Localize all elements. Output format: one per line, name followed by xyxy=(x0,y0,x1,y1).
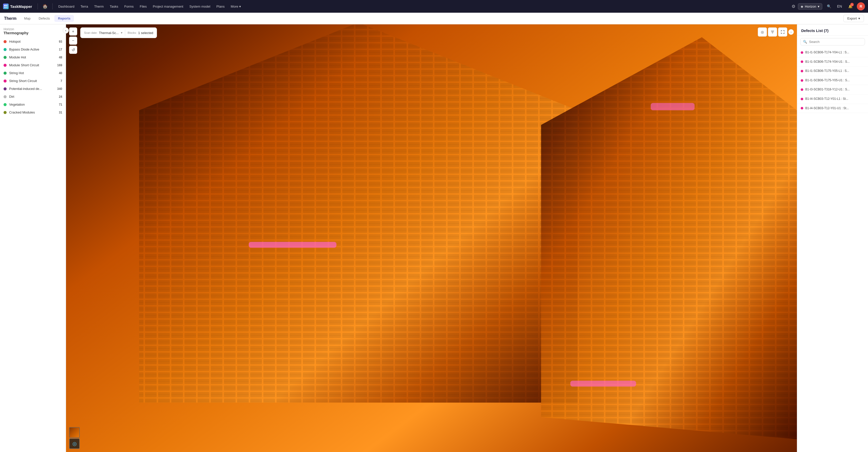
defect-name-label: Potential-induced de... xyxy=(9,87,55,91)
blocks-value: 1 selected xyxy=(138,31,153,35)
svg-rect-1 xyxy=(6,5,7,6)
tab-reports[interactable]: Reports xyxy=(54,15,74,22)
defect-legend-item[interactable]: Vegetation 71 xyxy=(0,101,66,108)
nav-system-model[interactable]: System model xyxy=(187,4,212,9)
defect-list-item[interactable]: B1-I1-SCB06-T174-Y04-U1 : S... xyxy=(797,57,868,67)
nav-right-section: ⚙ ◈ Horizon ▾ 🔍 EN 🔔 1 R xyxy=(792,2,865,10)
app-name: TaskMapper xyxy=(10,4,32,9)
home-icon[interactable]: 🏠 xyxy=(41,3,49,10)
search-button[interactable]: 🔍 xyxy=(825,2,833,10)
defect-legend-item[interactable]: Cracked Modules 31 xyxy=(0,108,66,116)
defect-list-label: B1-I4-SCB03-T12-Y01-U1 : St... xyxy=(805,106,864,110)
defect-color-dot xyxy=(4,72,7,75)
defect-legend-item[interactable]: Module Hot 48 xyxy=(0,53,66,61)
nav-divider-2 xyxy=(52,3,53,9)
nav-terra[interactable]: Terra xyxy=(79,4,90,9)
defect-list-item[interactable]: B1-I4-SCB03-T12-Y01-U1 : St... xyxy=(797,104,868,113)
defect-color-dot xyxy=(4,111,7,114)
defect-count-label: 17 xyxy=(59,48,62,51)
scan-date-bar: Scan date: Thermal-Sc... ▾ Blocks: 1 sel… xyxy=(80,27,157,38)
defect-list-label: B1-I1-SCB06-T175-Y05-L1 : S... xyxy=(805,69,864,73)
blocks-label: Blocks: xyxy=(128,31,136,34)
horizon-icon: ◈ xyxy=(801,5,803,8)
filter-button[interactable] xyxy=(768,27,777,37)
expand-button[interactable] xyxy=(778,27,787,37)
nav-files[interactable]: Files xyxy=(137,4,149,9)
tab-map[interactable]: Map xyxy=(21,15,34,22)
nav-tasks[interactable]: Tasks xyxy=(108,4,120,9)
export-button[interactable]: Export ▾ xyxy=(843,15,864,22)
user-avatar[interactable]: R xyxy=(857,2,865,10)
defect-legend-item[interactable]: Hotspot 93 xyxy=(0,38,66,45)
left-sidebar: Horizon Thermography ‹ Hotspot 93 Bypass… xyxy=(0,24,66,452)
defect-legend-item[interactable]: Bypass Diode Active 17 xyxy=(0,45,66,53)
defect-color-dot xyxy=(4,95,7,98)
search-icon: 🔍 xyxy=(803,40,807,44)
defect-list-item[interactable]: B1-I1-SCB06-T175-Y05-L1 : S... xyxy=(797,67,868,76)
defects-list-title: Defects List (7) xyxy=(801,28,864,33)
svg-rect-15 xyxy=(249,242,337,248)
defects-search-input[interactable] xyxy=(809,40,862,44)
nav-plans[interactable]: Plans xyxy=(214,4,227,9)
settings-icon[interactable]: ⚙ xyxy=(792,4,795,9)
defect-legend-item[interactable]: Potential-induced de... 340 xyxy=(0,85,66,93)
defect-list-item[interactable]: B1-I4-SCB03-T12-Y01-L1 : St... xyxy=(797,94,868,104)
scan-chevron-down-icon[interactable]: ▾ xyxy=(121,31,122,35)
sidebar-horizon: Horizon xyxy=(4,27,62,31)
location-button[interactable]: ◎ xyxy=(758,27,767,37)
defect-list-item[interactable]: B1-I3-SCB01-T318-Y12-U1 : S... xyxy=(797,85,868,94)
defect-list-color-dot xyxy=(801,107,803,109)
sidebar-header: Horizon Thermography xyxy=(0,24,66,37)
defect-list-color-dot xyxy=(801,79,803,82)
horizon-selector[interactable]: ◈ Horizon ▾ xyxy=(798,3,822,10)
defect-list-item[interactable]: B1-I1-SCB06-T175-Y05-U1 : S... xyxy=(797,76,868,85)
thermal-map-image[interactable] xyxy=(66,24,797,452)
nav-dashboard[interactable]: Dashboard xyxy=(56,4,76,9)
nav-therm[interactable]: Therm xyxy=(92,4,106,9)
app-logo[interactable]: TaskMapper xyxy=(3,4,32,9)
zoom-out-button[interactable]: − xyxy=(69,37,77,45)
defect-list-color-dot xyxy=(801,70,803,72)
map-area[interactable]: Scan date: Thermal-Sc... ▾ Blocks: 1 sel… xyxy=(66,24,797,452)
chevron-down-icon: ▾ xyxy=(858,17,860,20)
minimap-thumbnail[interactable] xyxy=(69,427,80,438)
defect-list-item[interactable]: B1-I1-SCB06-T174-Y04-L1 : S... xyxy=(797,48,868,57)
panel-toggle-right-button[interactable]: › xyxy=(788,29,794,35)
reset-view-button[interactable]: ↺ xyxy=(69,46,77,54)
defect-list-label: B1-I3-SCB01-T318-Y12-U1 : S... xyxy=(805,88,864,92)
sidebar-collapse-button[interactable]: ‹ xyxy=(63,27,69,34)
defect-list-color-dot xyxy=(801,88,803,91)
svg-rect-17 xyxy=(651,103,694,110)
zoom-in-button[interactable]: + xyxy=(69,27,77,36)
horizon-label: Horizon xyxy=(805,5,816,8)
svg-rect-2 xyxy=(4,7,6,8)
defect-color-dot xyxy=(4,79,7,83)
defect-legend-item[interactable]: String Hot 40 xyxy=(0,69,66,77)
defect-count-label: 71 xyxy=(59,103,62,106)
nav-forms[interactable]: Forms xyxy=(122,4,135,9)
language-selector[interactable]: EN xyxy=(836,2,844,10)
tab-defects[interactable]: Defects xyxy=(35,15,53,22)
defect-name-label: Vegetation xyxy=(9,103,56,106)
defects-search-box[interactable]: 🔍 xyxy=(800,38,865,45)
defect-legend-item[interactable]: String Short Circuit 7 xyxy=(0,77,66,85)
defect-legend-item[interactable]: Module Short Circuit 169 xyxy=(0,61,66,69)
defect-name-label: String Hot xyxy=(9,71,56,75)
nav-more[interactable]: More ▾ xyxy=(229,4,243,9)
map-controls: + − ↺ xyxy=(69,27,77,54)
notifications-button[interactable]: 🔔 1 xyxy=(846,2,854,10)
scan-date-value: Thermal-Sc... xyxy=(99,31,119,35)
nav-project-management[interactable]: Project management xyxy=(151,4,185,9)
defect-legend-item[interactable]: Dirt 24 xyxy=(0,93,66,101)
defects-items-list: B1-I1-SCB06-T174-Y04-L1 : S... B1-I1-SCB… xyxy=(797,48,868,452)
map-minimap: ◎ xyxy=(69,427,80,449)
minimap-target-button[interactable]: ◎ xyxy=(69,438,80,449)
defect-name-label: Hotspot xyxy=(9,40,56,43)
minimap-inner xyxy=(70,428,79,437)
scan-separator xyxy=(125,30,125,36)
defect-list-label: B1-I1-SCB06-T174-Y04-L1 : S... xyxy=(805,51,864,55)
panel-header: Defects List (7) xyxy=(797,24,868,36)
sidebar-thermography: Thermography xyxy=(4,31,62,35)
defect-count-label: 40 xyxy=(59,71,62,75)
defect-list-label: B1-I1-SCB06-T175-Y05-U1 : S... xyxy=(805,78,864,83)
